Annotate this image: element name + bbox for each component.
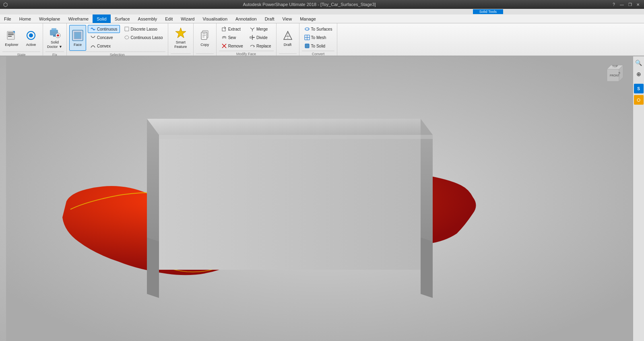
context-tab-band: Solid Tools (0, 9, 644, 14)
concave-label: Concave (97, 35, 113, 40)
surface-mode-button[interactable]: S (634, 84, 644, 93)
solid-mode-button[interactable]: ⬡ (634, 95, 644, 105)
modify-face-col-2: Merge Divide Replace (247, 25, 274, 50)
menu-annotation[interactable]: Annotation (231, 14, 261, 23)
selection-col-2: Discrete Lasso Continuous Lasso (122, 25, 165, 41)
solid-tools-tab-label: Solid Tools (473, 9, 503, 14)
svg-rect-15 (75, 33, 80, 38)
concave-icon (90, 35, 96, 40)
svg-rect-2 (8, 34, 14, 35)
solid-doctor-button[interactable]: SolidDoctor ▼ (45, 25, 64, 51)
viewcube[interactable]: TOP FRONT R (601, 61, 627, 87)
menu-surface[interactable]: Surface (111, 14, 134, 23)
menu-solid[interactable]: Solid (93, 14, 110, 23)
continuous-button[interactable]: Continuous (88, 25, 120, 33)
restore-button[interactable]: ❐ (627, 2, 633, 7)
to-solid-button[interactable]: To Solid (302, 42, 335, 50)
ribbon-group-selection: Face Continuous Concave (67, 23, 168, 56)
discrete-lasso-button[interactable]: Discrete Lasso (122, 25, 165, 33)
convert-group-label: Convert (302, 51, 335, 57)
active-icon (25, 29, 37, 42)
zoom-button-2[interactable]: ⊕ (634, 69, 644, 79)
svg-marker-35 (147, 119, 433, 135)
convert-col: To Surfaces To Mesh To Solid (302, 25, 335, 50)
sew-button[interactable]: Sew (219, 33, 246, 41)
menu-file[interactable]: File (0, 14, 15, 23)
face-label: Face (74, 43, 82, 47)
discrete-lasso-icon (124, 26, 130, 32)
menu-edit[interactable]: Edit (161, 14, 177, 23)
draft-icon (281, 29, 294, 42)
menu-manage[interactable]: Manage (296, 14, 320, 23)
ribbon-group-fix: SolidDoctor ▼ Fix (43, 23, 67, 56)
merge-icon (250, 26, 255, 32)
to-surfaces-icon (304, 26, 310, 32)
help-button[interactable]: ? (611, 2, 617, 7)
menu-assembly[interactable]: Assembly (134, 14, 161, 23)
menu-draft[interactable]: Draft (261, 14, 279, 23)
svg-rect-22 (202, 35, 206, 36)
convex-icon (90, 43, 96, 49)
smart-feature-group-label (171, 54, 191, 56)
merge-label: Merge (256, 27, 268, 31)
close-button[interactable]: ✕ (635, 2, 641, 7)
draft-button[interactable]: Draft (279, 25, 297, 51)
ribbon-group-convert: To Surfaces To Mesh To Solid Convert (299, 23, 338, 56)
continuous-icon (90, 26, 96, 32)
sew-label: Sew (228, 35, 236, 40)
viewport[interactable]: TOP FRONT R 🔍 ⊕ S ⬡ (0, 56, 644, 341)
convex-label: Convex (97, 44, 111, 48)
ribbon-group-smart-feature: SmartFeature (168, 23, 194, 56)
svg-point-17 (125, 36, 129, 39)
explorer-button[interactable]: Explorer (2, 25, 21, 51)
extract-icon (221, 26, 227, 32)
svg-marker-39 (159, 135, 433, 139)
menu-wizard[interactable]: Wizard (177, 14, 198, 23)
to-mesh-button[interactable]: To Mesh (302, 33, 335, 41)
divide-icon (250, 35, 255, 40)
active-button[interactable]: Active (22, 25, 40, 51)
continuous-lasso-label: Continuous Lasso (131, 35, 163, 40)
svg-rect-9 (53, 35, 56, 37)
title-bar-title: Autodesk PowerShape Ultimate 2018 - [Toy… (8, 2, 611, 7)
menu-visualisation[interactable]: Visualisation (198, 14, 231, 23)
svg-marker-18 (175, 28, 186, 38)
menu-wireframe[interactable]: Wireframe (64, 14, 93, 23)
svg-rect-33 (305, 44, 309, 48)
solid-doctor-label: SolidDoctor ▼ (47, 40, 62, 49)
minimize-button[interactable]: — (619, 2, 625, 7)
smart-feature-icon (174, 27, 187, 39)
smart-feature-button[interactable]: SmartFeature (171, 25, 191, 51)
menu-view[interactable]: View (279, 14, 296, 23)
extract-label: Extract (228, 27, 241, 31)
svg-rect-12 (57, 35, 59, 36)
copy-icon (198, 29, 211, 42)
svg-marker-40 (147, 238, 159, 298)
svg-rect-21 (202, 33, 206, 34)
svg-text:FRONT: FRONT (610, 74, 620, 77)
divide-button[interactable]: Divide (247, 33, 274, 41)
ribbon: Explorer Active State (0, 23, 644, 56)
modify-face-group-label: Modify Face (219, 51, 274, 57)
face-button[interactable]: Face (69, 25, 86, 51)
zoom-search-button[interactable]: 🔍 (634, 58, 644, 68)
menu-workplane[interactable]: Workplane (35, 14, 64, 23)
svg-marker-37 (159, 135, 433, 270)
svg-point-32 (305, 28, 309, 30)
to-solid-label: To Solid (311, 44, 326, 48)
extract-button[interactable]: Extract (219, 25, 246, 33)
continuous-lasso-button[interactable]: Continuous Lasso (122, 33, 165, 41)
remove-button[interactable]: Remove (219, 42, 246, 50)
3d-model-view (0, 56, 644, 341)
merge-button[interactable]: Merge (247, 25, 274, 33)
concave-button[interactable]: Concave (88, 33, 120, 41)
title-bar-left: ⬡ (3, 2, 8, 8)
to-surfaces-button[interactable]: To Surfaces (302, 25, 335, 33)
menu-home[interactable]: Home (15, 14, 35, 23)
selection-col-1: Continuous Concave Convex (88, 25, 120, 50)
face-icon (71, 29, 84, 42)
copy-button[interactable]: Copy (196, 25, 214, 51)
remove-label: Remove (228, 44, 243, 48)
convex-button[interactable]: Convex (88, 42, 120, 50)
replace-button[interactable]: Replace (247, 42, 274, 50)
